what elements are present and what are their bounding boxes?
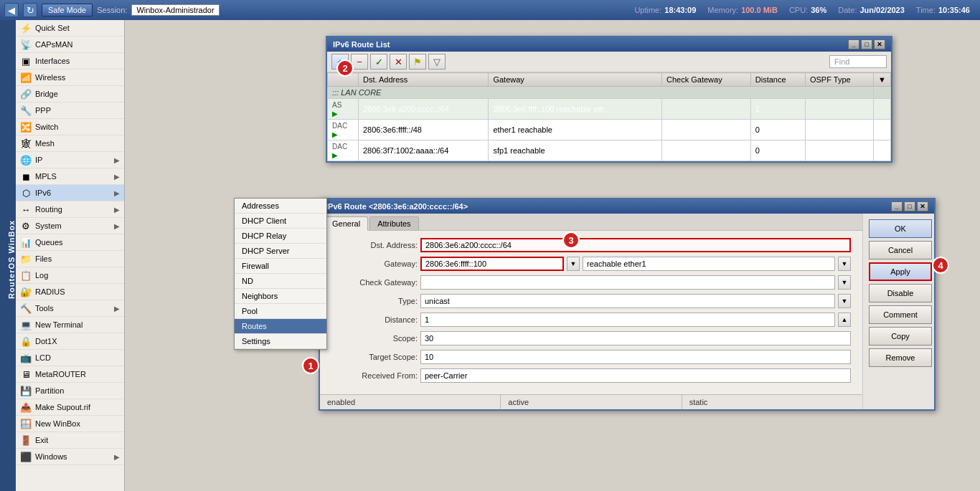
route-list-maximize-btn[interactable]: □: [861, 39, 872, 49]
sidebar-item-partition[interactable]: 💾 Partition: [16, 383, 124, 399]
sidebar-item-mesh[interactable]: 🕸 Mesh: [16, 135, 124, 152]
route-edit-minimize-btn[interactable]: _: [891, 201, 903, 211]
sidebar-item-tools[interactable]: 🔨 Tools ▶: [16, 300, 124, 317]
dst-address-input[interactable]: [420, 238, 851, 252]
route-table: Dst. Address Gateway Check Gateway Dista…: [327, 72, 891, 161]
type-input[interactable]: [420, 294, 835, 308]
find-input[interactable]: Find: [829, 55, 887, 68]
sidebar-item-ip[interactable]: 🌐 IP ▶: [16, 152, 124, 168]
system-info: Uptime:18:43:09 Memory:100.0 MiB CPU:36%…: [634, 6, 976, 14]
gateway-input[interactable]: [420, 257, 564, 271]
check-gateway-input[interactable]: [420, 275, 835, 290]
mpls-icon: ◼: [20, 171, 32, 182]
switch-icon: 🔀: [20, 121, 32, 133]
distance-input[interactable]: [420, 313, 835, 327]
sidebar-item-new-winbox[interactable]: 🪟 New WinBox: [16, 416, 124, 432]
sidebar-item-system[interactable]: ⚙ System ▶: [16, 218, 124, 234]
table-row[interactable]: DAC ▶ 2806:3f7:1002:aaaa::/64 sfp1 reach…: [328, 140, 891, 161]
forward-btn[interactable]: ↻: [23, 3, 37, 17]
sidebar-item-routing[interactable]: ↔ Routing ▶: [16, 201, 124, 218]
submenu-routes[interactable]: Routes: [235, 319, 326, 334]
col-dst-header[interactable]: Dst. Address: [359, 73, 489, 87]
gateway-extra-input[interactable]: [583, 257, 835, 271]
col-distance-header[interactable]: Distance: [750, 73, 805, 87]
sidebar-item-dot1x[interactable]: 🔒 Dot1X: [16, 333, 124, 350]
session-label: Session:: [97, 6, 127, 14]
received-from-input[interactable]: [420, 368, 851, 383]
comment-button[interactable]: Comment: [869, 305, 932, 324]
route-list-minimize-btn[interactable]: _: [848, 39, 859, 49]
submenu-pool[interactable]: Pool: [235, 304, 326, 319]
enable-route-button[interactable]: ✓: [370, 54, 387, 70]
route-edit-close-btn[interactable]: ✕: [917, 201, 928, 211]
gateway-extra-dropdown-btn[interactable]: ▼: [838, 257, 851, 271]
ipv6-submenu: Addresses DHCP Client DHCP Relay DHCP Se…: [234, 198, 327, 350]
target-scope-input[interactable]: [420, 350, 851, 364]
col-ospf-header[interactable]: OSPF Type: [805, 73, 873, 87]
table-row[interactable]: DAC ▶ 2806:3e6:ffff::/48 ether1 reachabl…: [328, 120, 891, 140]
col-checkgw-header[interactable]: Check Gateway: [662, 73, 751, 87]
type-dropdown-btn[interactable]: ▼: [838, 294, 851, 308]
capsman-icon: 📡: [20, 39, 32, 50]
sidebar-item-bridge[interactable]: 🔗 Bridge: [16, 86, 124, 103]
sidebar-item-interfaces[interactable]: ▣ Interfaces: [16, 53, 124, 70]
copy-button[interactable]: Copy: [869, 327, 932, 345]
ipv6-icon: ⬡: [20, 187, 32, 199]
sidebar-item-files[interactable]: 📁 Files: [16, 251, 124, 267]
filter-route-button[interactable]: ▽: [428, 54, 446, 70]
apply-button[interactable]: Apply: [869, 262, 932, 281]
scope-input[interactable]: [420, 331, 851, 345]
annotation-2: 2: [336, 59, 354, 77]
sidebar-item-capsman[interactable]: 📡 CAPsMAN: [16, 37, 124, 53]
topbar: ◀ ↻ Safe Mode Session: Winbox-Administra…: [0, 0, 980, 20]
sidebar-item-queues[interactable]: 📊 Queues: [16, 234, 124, 251]
annotation-3: 3: [562, 232, 580, 249]
sidebar-item-new-terminal[interactable]: 💻 New Terminal: [16, 317, 124, 333]
back-btn[interactable]: ◀: [4, 3, 19, 17]
distance-spin-btn[interactable]: ▲: [838, 313, 851, 327]
submenu-nd[interactable]: ND: [235, 274, 326, 289]
row-distance: 0: [750, 120, 805, 140]
sidebar-item-wireless[interactable]: 📶 Wireless: [16, 70, 124, 86]
tab-general[interactable]: General: [324, 216, 368, 231]
route-list-close-btn[interactable]: ✕: [874, 39, 885, 49]
submenu-addresses[interactable]: Addresses: [235, 199, 326, 214]
col-dropdown-btn[interactable]: ▼: [874, 73, 891, 87]
sidebar-item-ipv6[interactable]: ⬡ IPv6 ▶: [16, 185, 124, 201]
submenu-firewall[interactable]: Firewall: [235, 259, 326, 274]
sidebar-item-exit[interactable]: 🚪 Exit: [16, 432, 124, 449]
sidebar-item-windows[interactable]: ⬛ Windows ▶: [16, 449, 124, 465]
col-gw-header[interactable]: Gateway: [489, 73, 662, 87]
row-distance: 0: [750, 140, 805, 161]
sidebar-item-mpls[interactable]: ◼ MPLS ▶: [16, 168, 124, 185]
sidebar-item-lcd[interactable]: 📺 LCD: [16, 350, 124, 366]
sidebar-item-make-supout[interactable]: 📤 Make Supout.rif: [16, 399, 124, 416]
windows-arrow-icon: ▶: [114, 453, 120, 461]
remove-button[interactable]: Remove: [869, 348, 932, 367]
tab-attributes[interactable]: Attributes: [369, 216, 418, 230]
flag-route-button[interactable]: ⚑: [409, 54, 426, 70]
table-row[interactable]: AS ▶ 2806:3e6:a200:cccc::/64 2806:3e6:ff…: [328, 99, 891, 120]
sidebar-item-metarouter[interactable]: 🖥 MetaROUTER: [16, 366, 124, 383]
submenu-dhcp-client[interactable]: DHCP Client: [235, 214, 326, 229]
gateway-dropdown-btn[interactable]: ▼: [567, 257, 580, 271]
sidebar-item-switch[interactable]: 🔀 Switch: [16, 119, 124, 135]
submenu-settings[interactable]: Settings: [235, 334, 326, 349]
safe-mode-button[interactable]: Safe Mode: [42, 4, 93, 16]
disable-button[interactable]: Disable: [869, 284, 932, 302]
disable-route-button[interactable]: ✕: [390, 54, 407, 70]
submenu-dhcp-server[interactable]: DHCP Server: [235, 244, 326, 259]
route-edit-maximize-btn[interactable]: □: [904, 201, 915, 211]
sidebar-item-radius[interactable]: 🔐 RADIUS: [16, 284, 124, 300]
sidebar-item-quick-set[interactable]: ⚡ Quick Set: [16, 20, 124, 37]
submenu-dhcp-relay[interactable]: DHCP Relay: [235, 229, 326, 244]
form-row-target-scope: Target Scope:: [331, 350, 851, 364]
sidebar-item-ppp[interactable]: 🔧 PPP: [16, 103, 124, 119]
ok-button[interactable]: OK: [869, 219, 932, 238]
submenu-neighbors[interactable]: Neighbors: [235, 289, 326, 304]
sidebar-item-log[interactable]: 📋 Log: [16, 267, 124, 284]
exit-icon: 🚪: [20, 434, 32, 446]
cancel-button[interactable]: Cancel: [869, 241, 932, 259]
check-gateway-dropdown-btn[interactable]: ▼: [838, 275, 851, 290]
edit-win-tabs: General Attributes: [320, 214, 862, 231]
